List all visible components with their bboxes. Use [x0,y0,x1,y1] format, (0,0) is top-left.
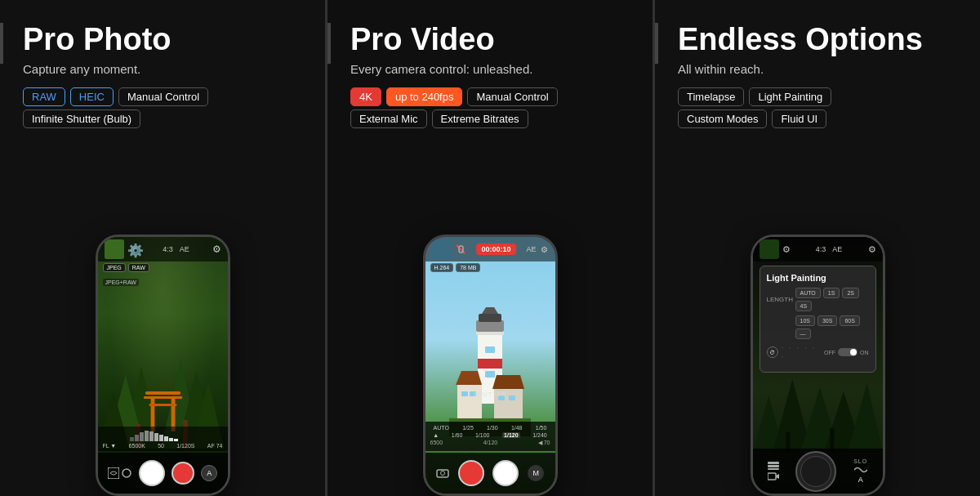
svg-rect-12 [149,404,176,406]
svg-point-25 [122,469,131,477]
mode-a-button-3[interactable]: A [858,476,863,484]
ae-text-3: AE [832,245,842,253]
mode-m-button[interactable]: M [528,465,544,481]
svg-rect-16 [140,432,144,441]
settings-icon-1[interactable]: ⚙ [212,244,221,255]
bottom-right-3: SLO A [853,458,867,484]
endless-options-badges-row1: Timelapse Light Painting [678,87,957,106]
pro-video-badges-row2: External Mic Extreme Bitrates [350,109,630,128]
badge-external-mic: External Mic [350,109,427,128]
phone3-screen: ⚙ 4:3 AE ⚙ Light Painting LENGTH AUTO [753,237,883,494]
dots-line: · · · · · · [782,343,825,361]
lp-btn-auto[interactable]: AUTO [795,288,821,298]
lp-on-label: ON [860,350,869,355]
dial-150: 1/50 [536,425,547,431]
svg-rect-20 [159,435,163,441]
fps-display: 4/120 [483,440,498,446]
badge-heic: HEIC [70,87,114,106]
phone1: ⚙️ 4:3 AE ⚙ JPEG RAW JPEG+RAW [96,235,230,496]
shutter-button-2[interactable] [492,460,519,486]
wb-value: 6500K [129,443,145,449]
gear-icon-1: ⚙️ [127,243,140,256]
section-left-bar-3 [655,23,658,64]
badge-240fps: up to 240fps [386,87,463,106]
svg-rect-15 [135,435,139,441]
svg-rect-14 [130,437,134,441]
lp-btn-dash[interactable]: — [795,328,811,339]
switch-camera-icon-1[interactable] [108,467,119,479]
filter-icon-1[interactable] [121,467,132,479]
video-icon-3[interactable] [768,472,779,480]
svg-rect-9 [143,396,181,399]
dial-auto-2: ▲ [433,432,439,438]
dial-row-1: AUTO 1/25 1/30 1/48 1/50 [427,425,554,431]
pro-video-subtitle: Every camera control: unleashed. [350,62,630,76]
svg-rect-13 [105,239,124,259]
shutter-text: SHUTTER [474,391,506,397]
phone2: 00:00:10 AE ⚙ H.264 78 MB SHUTTER [423,235,558,496]
main-dial-3[interactable] [795,451,836,492]
lp-btn-10s[interactable]: 10S [795,315,815,326]
layers-icon-3[interactable] [768,462,779,470]
svg-rect-23 [174,439,178,441]
lp-btn-60s[interactable]: 60S [840,315,859,326]
size-badge: 78 MB [456,263,480,272]
section-left-bar-1 [0,23,3,64]
iso-fps-row: 6500 4/120 ◀ 70 [427,438,554,448]
lp-buttons-row1: AUTO 1S 2S 4S [795,288,869,311]
iso-display-2: 6500 [430,440,443,446]
dial-1100: 1/100 [475,432,490,438]
settings-icon-3[interactable]: ⚙ [868,244,876,255]
jpeg-badge: JPEG [103,263,126,272]
ae-text-1: AE [180,245,189,253]
camera-switch-icon-2[interactable] [436,467,449,480]
lp-btn-4s[interactable]: 4S [795,301,813,311]
thumbnail-3 [760,239,779,259]
dial-auto: AUTO [434,425,449,431]
codec-badge: H.264 [430,263,454,272]
badge-extreme-bitrates: Extreme Bitrates [432,109,528,128]
lp-length-row: LENGTH AUTO 1S 2S 4S [767,288,869,311]
svg-rect-18 [149,431,154,441]
settings-2[interactable]: ⚙ [541,245,548,254]
svg-point-47 [440,471,444,476]
svg-rect-21 [164,436,168,441]
record-button-1[interactable] [172,462,194,485]
dial-130: 1/30 [487,425,498,431]
lp-modal-title: Light Painting [767,273,869,283]
topbar-center-3: 4:3 AE [816,245,843,253]
phone2-container: 00:00:10 AE ⚙ H.264 78 MB SHUTTER [350,140,630,496]
ratio-text-3: 4:3 [816,245,826,253]
badge-timelapse: Timelapse [678,87,744,106]
lp-btn-2s[interactable]: 2S [842,288,859,298]
mode-a-button-1[interactable]: A [201,465,217,481]
phone2-screen: 00:00:10 AE ⚙ H.264 78 MB SHUTTER [425,237,555,494]
svg-rect-17 [145,431,149,441]
endless-options-subtitle: All within reach. [678,62,957,76]
pro-video-section: Pro Video Every camera control: unleashe… [327,0,653,496]
lp-off-label: OFF [824,350,835,355]
ratio-text-1: 4:3 [163,245,173,253]
phone3-bottombar: SLO A [753,449,883,494]
slo-label: SLO [853,458,867,464]
lp-toggle[interactable] [838,348,858,356]
iso-value: 50 [158,443,164,449]
format-strip-2: H.264 78 MB [430,263,481,272]
wave-icon-3[interactable] [854,466,867,474]
endless-options-badges-row2: Custom Modes Fluid UI [678,109,957,128]
svg-rect-24 [108,467,119,479]
lp-btn-1s[interactable]: 1S [823,288,840,298]
raw-badge-screen: RAW [128,263,149,272]
lp-btn-30s[interactable]: 30S [817,315,837,326]
topbar-left-3: ⚙ [760,239,791,259]
lp-length-label: LENGTH [767,296,795,303]
shutter-button-1[interactable] [139,460,165,486]
pro-photo-section: Pro Photo Capture any moment. RAW HEIC M… [0,0,325,496]
record-button-2[interactable] [458,460,484,486]
histogram [130,429,195,441]
dial-160: 1/60 [452,432,463,438]
pro-photo-subtitle: Capture any moment. [23,62,302,76]
svg-marker-52 [847,383,882,453]
endless-options-title: Endless Options [678,23,957,57]
endless-options-section: Endless Options All within reach. Timela… [655,0,980,496]
